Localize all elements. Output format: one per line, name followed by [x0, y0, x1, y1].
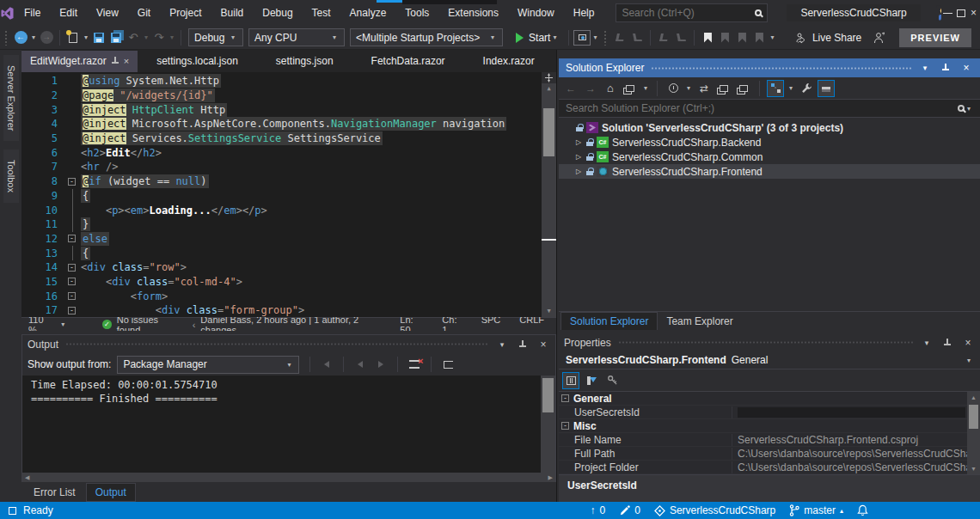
document-tab[interactable]: settings.json [257, 51, 352, 72]
solution-explorer-title-bar[interactable]: Solution Explorer ▾ × [559, 58, 980, 77]
clear-bookmarks-button[interactable] [750, 28, 768, 47]
split-window-handle[interactable] [542, 72, 556, 83]
expand-arrow-icon[interactable]: ▷ [574, 138, 583, 146]
scroll-up-icon[interactable]: ▲ [542, 83, 556, 95]
code-text[interactable]: else [77, 233, 109, 245]
value-field[interactable] [738, 407, 965, 418]
fold-collapse-icon[interactable]: - [66, 303, 77, 317]
tree-item[interactable]: ▷C#ServerlessCrudCSharp.Common [559, 150, 980, 164]
code-text[interactable]: @using System.Net.Http [77, 75, 221, 87]
code-text[interactable]: @if (widget == null) [77, 175, 209, 187]
minus-box-icon[interactable]: - [68, 292, 76, 300]
code-text[interactable]: @inject Services.SettingsService Setting… [77, 132, 383, 144]
document-tab[interactable]: settings.local.json [138, 51, 257, 72]
collapse-icon[interactable]: - [561, 394, 569, 402]
minus-box-icon[interactable]: - [68, 307, 76, 314]
menu-build[interactable]: Build [211, 0, 254, 26]
navigate-back-button[interactable]: ← [12, 28, 29, 47]
code-text[interactable]: { [77, 247, 90, 260]
toggle-bookmark-button[interactable] [699, 28, 716, 47]
menu-debug[interactable]: Debug [253, 0, 302, 26]
menu-test[interactable]: Test [303, 0, 340, 26]
minus-box-icon[interactable]: - [68, 278, 76, 285]
minus-box-icon[interactable]: - [68, 178, 76, 186]
uncomment-button[interactable] [672, 28, 689, 47]
property-row[interactable]: Full PathC:\Users\danba\source\repos\Ser… [559, 447, 967, 461]
clear-all-button[interactable] [406, 355, 423, 374]
pending-changes-filter-button[interactable] [665, 80, 682, 97]
toggle-word-wrap-button[interactable] [439, 355, 456, 374]
property-category[interactable]: -General [559, 392, 967, 406]
previous-bookmark-button[interactable] [716, 28, 733, 47]
new-item-caret-icon[interactable]: ▾ [82, 34, 90, 41]
explorer-tab[interactable]: Solution Explorer [560, 312, 658, 330]
pin-icon[interactable] [940, 336, 954, 350]
code-text[interactable]: @page "/widgets/{id}" [77, 89, 215, 101]
close-icon[interactable]: × [961, 336, 975, 350]
switch-views-caret-icon[interactable]: ▾ [641, 84, 650, 92]
preview-features-button[interactable]: PREVIEW [899, 28, 971, 47]
solution-configuration-dropdown[interactable]: Debug ▾ [188, 28, 243, 46]
panel-tab[interactable]: Output [86, 483, 136, 502]
explorer-tab[interactable]: Team Explorer [658, 313, 741, 330]
redo-caret-icon[interactable]: ▾ [168, 34, 176, 41]
fold-collapse-icon[interactable]: - [66, 275, 77, 290]
scrollbar-thumb[interactable] [542, 378, 554, 412]
quick-search-box[interactable] [616, 3, 768, 22]
window-position-caret-icon[interactable]: ▾ [918, 61, 932, 75]
minus-box-icon[interactable]: - [68, 235, 76, 242]
refresh-button[interactable]: ⇄ [695, 80, 713, 97]
unindent-button[interactable] [611, 28, 628, 47]
fold-collapse-icon[interactable]: - [66, 174, 77, 189]
menu-help[interactable]: Help [564, 0, 604, 26]
document-tab[interactable]: FetchData.razor [352, 51, 464, 72]
startup-projects-dropdown[interactable]: <Multiple Startup Projects> ▾ [350, 28, 503, 46]
properties-title-bar[interactable]: Properties ▾ × [559, 333, 980, 351]
next-bookmark-button[interactable] [733, 28, 750, 47]
sync-with-active-document-toggle[interactable] [767, 80, 784, 97]
home-button[interactable]: ⌂ [602, 80, 619, 97]
property-pages-button[interactable] [603, 372, 621, 389]
redo-button[interactable]: ↷ [150, 28, 168, 47]
menu-file[interactable]: File [15, 0, 50, 26]
code-text[interactable]: <form> [77, 290, 168, 302]
scroll-down-icon[interactable]: ▼ [967, 463, 980, 474]
close-icon[interactable]: × [124, 56, 129, 66]
pin-icon[interactable] [112, 57, 119, 65]
start-debugging-button[interactable]: Start ▾ [511, 32, 564, 44]
back-button[interactable]: ← [562, 80, 579, 97]
property-category[interactable]: -Misc [559, 419, 967, 433]
code-text[interactable]: <p><em>Loading...</em></p> [77, 205, 267, 217]
minus-box-icon[interactable]: - [68, 264, 76, 272]
solution-search-box[interactable]: ▾ [559, 100, 980, 118]
close-button[interactable]: × [967, 0, 980, 26]
nest-files-button[interactable] [735, 80, 752, 97]
navigate-back-caret-icon[interactable]: ▾ [29, 34, 38, 41]
fold-collapse-icon[interactable]: - [66, 232, 77, 247]
save-all-button[interactable] [107, 28, 125, 47]
search-icon[interactable] [755, 9, 762, 16]
collapse-icon[interactable]: - [561, 422, 569, 430]
property-row[interactable]: File NameServerlessCrudCSharp.Frontend.c… [559, 433, 967, 447]
side-tab-server-explorer[interactable]: Server Explorer [3, 55, 19, 141]
pin-icon[interactable] [516, 338, 530, 351]
fold-collapse-icon[interactable]: - [66, 289, 77, 303]
menu-window[interactable]: Window [508, 0, 564, 26]
window-position-caret-icon[interactable]: ▾ [495, 338, 509, 351]
code-text[interactable]: <hr /> [77, 161, 118, 173]
send-feedback-button[interactable] [867, 28, 891, 47]
tree-item[interactable]: Solution 'ServerlessCrudCSharp' (3 of 3 … [559, 120, 980, 135]
code-editor[interactable]: 1@using System.Net.Http2@page "/widgets/… [21, 72, 556, 317]
branch-button[interactable]: master ▴ [789, 504, 843, 516]
undo-button[interactable]: ↶ [125, 28, 142, 47]
output-horizontal-scrollbar[interactable]: ◀ ▶ [22, 473, 555, 482]
properties-button[interactable] [798, 80, 815, 97]
tree-item[interactable]: ▷ServerlessCrudCSharp.Frontend [559, 164, 980, 179]
output-source-dropdown[interactable]: Package Manager ▾ [117, 356, 299, 374]
tree-item[interactable]: ▷C#ServerlessCrudCSharp.Backend [559, 135, 980, 150]
menu-view[interactable]: View [87, 0, 128, 26]
close-icon[interactable]: × [536, 338, 550, 351]
grid-scrollbar[interactable]: ▲ ▼ [967, 392, 980, 474]
output-vertical-scrollbar[interactable] [541, 376, 555, 473]
collapse-all-button[interactable] [715, 80, 732, 97]
